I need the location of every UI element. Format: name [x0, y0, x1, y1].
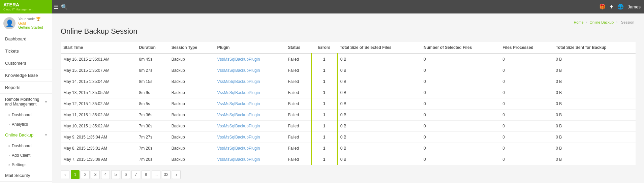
table-row: May 10, 2015 1:35:02 AM 7m 30s Backup Vs…	[61, 121, 636, 132]
globe-icon[interactable]: 🌐	[617, 4, 624, 10]
cell-duration: 8m 9s	[136, 87, 169, 98]
sidebar-item-reports[interactable]: Reports	[0, 82, 52, 94]
sidebar-sub-rmm-dashboard[interactable]: » Dashboard	[0, 110, 52, 120]
page-title: Online Backup Session	[61, 27, 636, 36]
sidebar-item-tickets[interactable]: Tickets	[0, 45, 52, 57]
cell-start-time: May 16, 2015 1:35:01 AM	[61, 54, 136, 65]
cell-plugin[interactable]: VssMsSqlBackupPlugin	[215, 76, 285, 87]
cell-duration: 8m 27s	[136, 65, 169, 76]
cell-session-type: Backup	[169, 65, 215, 76]
page-5-button[interactable]: 5	[111, 170, 120, 179]
cell-start-time: May 7, 2015 1:35:09 AM	[61, 154, 136, 165]
sidebar-item-dashboard[interactable]: Dashboard	[0, 33, 52, 45]
cell-total-sent: 0 B	[553, 87, 636, 98]
cell-status: Failed	[285, 121, 311, 132]
page-32-button[interactable]: 32	[162, 170, 171, 179]
cell-errors: 1	[311, 54, 337, 65]
breadcrumb-home[interactable]: Home	[574, 20, 583, 24]
cell-duration: 7m 27s	[136, 132, 169, 143]
cell-total-size: 0 B	[337, 98, 421, 110]
page-8-button[interactable]: 8	[142, 170, 150, 179]
user-menu[interactable]: James	[628, 4, 641, 9]
sidebar-item-knowledge-base[interactable]: Knowledge Base	[0, 69, 52, 82]
cell-plugin[interactable]: VssMsSqlBackupPlugin	[215, 143, 285, 154]
cell-errors: 1	[311, 132, 337, 143]
table-row: May 7, 2015 1:35:09 AM 7m 20s Backup Vss…	[61, 154, 636, 165]
sidebar-sub-ob-dashboard[interactable]: » Dashboard	[0, 141, 52, 151]
table-row: May 9, 2015 1:35:04 AM 7m 27s Backup Vss…	[61, 132, 636, 143]
hamburger-button[interactable]: ☰	[52, 2, 60, 11]
cell-plugin[interactable]: VssMsSqlBackupPlugin	[215, 87, 285, 98]
cell-errors: 1	[311, 76, 337, 87]
cell-status: Failed	[285, 154, 311, 165]
cell-files-processed: 0	[500, 132, 553, 143]
cell-plugin[interactable]: VssMsSqlBackupPlugin	[215, 132, 285, 143]
cell-errors: 1	[311, 154, 337, 165]
cell-status: Failed	[285, 65, 311, 76]
page-6-button[interactable]: 6	[121, 170, 130, 179]
cell-num-files: 0	[421, 54, 500, 65]
cell-plugin[interactable]: VssMsSqlBackupPlugin	[215, 154, 285, 165]
page-4-button[interactable]: 4	[101, 170, 110, 179]
ob-chevron-icon: ▾	[45, 133, 47, 137]
search-button[interactable]: 🔍	[60, 2, 69, 11]
cell-status: Failed	[285, 143, 311, 154]
breadcrumb-sep2: ›	[616, 20, 618, 24]
col-plugin: Plugin	[215, 42, 285, 54]
prev-page-button[interactable]: ‹	[61, 170, 69, 179]
sidebar-item-mail-security[interactable]: Mail Security	[0, 170, 52, 182]
gift-icon[interactable]: 🎁	[599, 4, 606, 10]
page-1-button[interactable]: 1	[71, 170, 80, 179]
cell-num-files: 0	[421, 87, 500, 98]
cell-num-files: 0	[421, 121, 500, 132]
cell-plugin[interactable]: VssMsSqlBackupPlugin	[215, 65, 285, 76]
cell-plugin[interactable]: VssMsSqlBackupPlugin	[215, 98, 285, 110]
cell-plugin[interactable]: VssMsSqlBackupPlugin	[215, 110, 285, 121]
cell-total-size: 0 B	[337, 154, 421, 165]
sidebar-sub-rmm-analytics[interactable]: » Analytics	[0, 120, 52, 129]
cell-num-files: 0	[421, 110, 500, 121]
col-duration: Duration	[136, 42, 169, 54]
page-7-button[interactable]: 7	[131, 170, 140, 179]
cell-errors: 1	[311, 65, 337, 76]
logo-name: ATERA	[3, 2, 33, 7]
sidebar-sub-ob-add-client[interactable]: » Add Client	[0, 151, 52, 160]
col-status: Status	[285, 42, 311, 54]
cell-files-processed: 0	[500, 54, 553, 65]
col-total-size: Total Size of Selected Files	[337, 42, 421, 54]
content-area: Home › Online Backup › Session Online Ba…	[52, 13, 644, 183]
cell-plugin[interactable]: VssMsSqlBackupPlugin	[215, 121, 285, 132]
sidebar-item-customers[interactable]: Customers	[0, 57, 52, 69]
cell-session-type: Backup	[169, 143, 215, 154]
cell-duration: 8m 5s	[136, 98, 169, 110]
cell-num-files: 0	[421, 76, 500, 87]
cell-status: Failed	[285, 54, 311, 65]
cell-total-size: 0 B	[337, 132, 421, 143]
get-started-link[interactable]: Getting Started	[18, 25, 49, 29]
cell-duration: 8m 45s	[136, 54, 169, 65]
sidebar-user: 👤 Your rank: 🏆 Gold Getting Started	[0, 13, 52, 33]
table-header-row: Start Time Duration Session Type Plugin …	[61, 42, 636, 54]
cell-plugin[interactable]: VssMsSqlBackupPlugin	[215, 54, 285, 65]
user-rank: Your rank: 🏆 Gold	[18, 17, 49, 25]
breadcrumb-online-backup[interactable]: Online Backup	[590, 20, 614, 24]
cell-files-processed: 0	[500, 87, 553, 98]
sidebar-item-online-backup[interactable]: Online Backup ▾	[0, 129, 52, 141]
cell-files-processed: 0	[500, 65, 553, 76]
cell-start-time: May 12, 2015 1:35:02 AM	[61, 98, 136, 110]
cell-total-size: 0 B	[337, 87, 421, 98]
cell-total-sent: 0 B	[553, 132, 636, 143]
page-3-button[interactable]: 3	[91, 170, 100, 179]
plus-icon[interactable]: +	[610, 3, 613, 10]
sidebar-sub-ob-settings[interactable]: » Settings	[0, 160, 52, 170]
cell-session-type: Backup	[169, 54, 215, 65]
sidebar: 👤 Your rank: 🏆 Gold Getting Started Dash…	[0, 13, 52, 183]
sidebar-item-rmm[interactable]: Remote Monitoring and Management ▾	[0, 94, 52, 110]
next-page-button[interactable]: ›	[172, 170, 181, 179]
page-2-button[interactable]: 2	[81, 170, 90, 179]
cell-session-type: Backup	[169, 87, 215, 98]
sub-arrow-icon: »	[8, 163, 10, 166]
table-row: May 16, 2015 1:35:01 AM 8m 45s Backup Vs…	[61, 54, 636, 65]
cell-start-time: May 15, 2015 1:35:07 AM	[61, 65, 136, 76]
cell-duration: 7m 20s	[136, 143, 169, 154]
